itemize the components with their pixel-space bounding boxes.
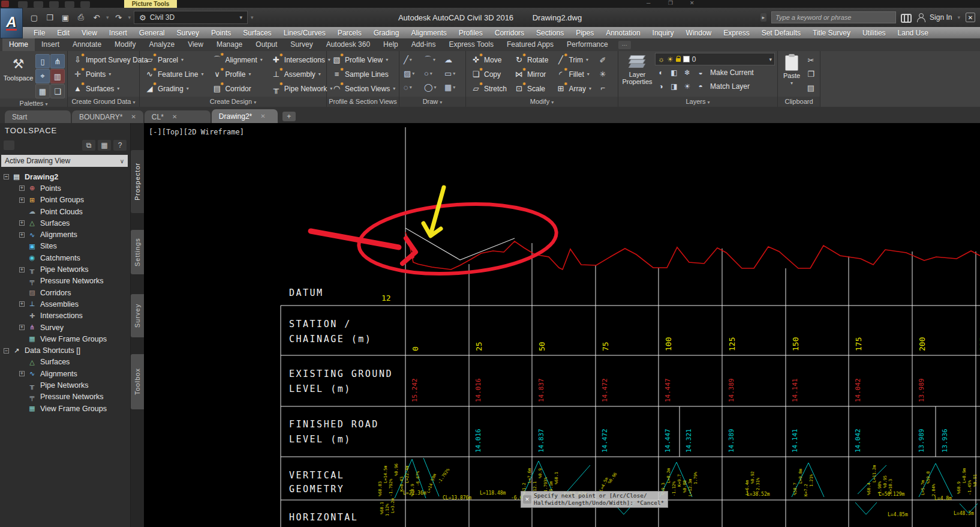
menu-alignments[interactable]: Alignments — [405, 29, 452, 37]
parcel-button[interactable]: ▱Parcel▾ — [142, 53, 206, 67]
close-tab-icon[interactable]: ✕ — [260, 113, 265, 119]
viewport-controls[interactable]: [-][Top][2D Wireframe] — [149, 128, 244, 136]
circle-icon[interactable]: ○▾ — [422, 67, 443, 80]
hatch-icon[interactable]: ▨▾ — [402, 67, 422, 80]
match-layer-button[interactable]: Match Layer — [710, 82, 750, 91]
ribbon-tab-view[interactable]: View — [181, 38, 210, 51]
open-icon[interactable]: ❒ — [43, 11, 56, 24]
tree-item-assemblies[interactable]: +⊥Assemblies — [0, 298, 130, 310]
tree-item-pipe-networks[interactable]: +╥Pipe Networks — [0, 264, 130, 275]
tool-palettes-icon[interactable]: ⋔ — [50, 54, 65, 68]
tree-expander-icon[interactable]: + — [19, 371, 25, 376]
layer-tool-icon[interactable]: ◐ — [655, 68, 667, 77]
menu-title-survey[interactable]: Title Survey — [807, 29, 856, 37]
menu-set-defaults[interactable]: Set Defaults — [756, 29, 807, 37]
menu-pipes[interactable]: Pipes — [570, 29, 600, 37]
menu-grading[interactable]: Grading — [368, 29, 405, 37]
close-tab-icon[interactable]: ✕ — [131, 113, 136, 120]
tree-item-catchments[interactable]: +◉Catchments — [0, 252, 130, 264]
line-icon[interactable]: ╱▾ — [402, 53, 422, 67]
stretch-button[interactable]: ▱Stretch — [468, 82, 509, 95]
tree-expander-icon[interactable]: + — [19, 267, 25, 273]
fillet-button[interactable]: ◜Fillet▾ — [553, 67, 594, 81]
surfaces-button[interactable]: ▲Surfaces▾ — [70, 82, 150, 95]
ribbon-tab-express-tools[interactable]: Express Tools — [442, 38, 500, 51]
join-icon[interactable]: ⌐ — [596, 81, 609, 94]
tree-item-pressure-networks[interactable]: +╤Pressure Networks — [0, 391, 130, 403]
exchange-apps-icon[interactable]: ✕ — [966, 13, 975, 22]
preview-toggle-icon[interactable]: ▦ — [98, 140, 111, 151]
tree-item-sites[interactable]: +▣Sites — [0, 241, 130, 252]
tree-item-view-frame-groups[interactable]: +▦View Frame Groups — [0, 403, 130, 414]
assembly-button[interactable]: ⊥Assembly▾ — [269, 67, 335, 81]
qat-stub-icon[interactable] — [18, 1, 28, 8]
view-selector-dropdown[interactable]: Active Drawing View ∨ — [1, 155, 128, 167]
grading-button[interactable]: ◢Grading▾ — [142, 82, 206, 95]
create-design-panel-label[interactable]: Create Design ▾ — [140, 97, 326, 107]
qat-stub-icon[interactable] — [49, 1, 59, 8]
tree-expander-icon[interactable]: + — [19, 232, 25, 238]
scale-button[interactable]: ⊡Scale — [512, 82, 551, 95]
tree-item-surfaces[interactable]: +△Surfaces — [0, 357, 130, 368]
copy-button[interactable]: ❏Copy — [468, 67, 509, 81]
ribbon-tab-manage[interactable]: Manage — [210, 38, 249, 51]
application-button[interactable]: A — [0, 8, 23, 38]
menu-parcels[interactable]: Parcels — [332, 29, 368, 37]
create-ground-data-panel-label[interactable]: Create Ground Data ▾ — [68, 97, 139, 107]
ribbon-tab-home[interactable]: Home — [2, 38, 35, 51]
rotate-button[interactable]: ↻Rotate — [512, 53, 551, 67]
paste-button[interactable]: Paste ▾ — [780, 53, 803, 97]
layers-panel-label[interactable]: Layers ▾ — [618, 97, 777, 107]
menu-inquiry[interactable]: Inquiry — [647, 29, 680, 37]
tree-item-alignments[interactable]: +∿Alignments — [0, 368, 130, 379]
new-tab-button[interactable]: + — [282, 112, 296, 121]
doc-tab-drawing2-[interactable]: Drawing2*✕ — [212, 109, 278, 123]
layer-dropdown[interactable]: ☼ ☀ 0 ▾ — [655, 53, 775, 65]
ribbon-tab-performance[interactable]: Performance — [560, 38, 615, 51]
menu-file[interactable]: File — [28, 29, 51, 37]
import-survey-data-button[interactable]: ⇩Import Survey Data — [70, 53, 150, 67]
tree-item-view-frame-groups[interactable]: +▦View Frame Groups — [0, 333, 130, 345]
sample-lines-button[interactable]: ≡Sample Lines — [329, 67, 398, 81]
side-tab-prospector[interactable]: Prospector — [131, 150, 144, 213]
search-input[interactable] — [771, 11, 896, 23]
paste-special-icon[interactable]: ▤ — [804, 81, 817, 94]
palettes-panel-label[interactable]: Palettes ▾ — [0, 98, 67, 107]
side-tab-survey[interactable]: Survey — [131, 294, 144, 337]
menu-corridors[interactable]: Corridors — [489, 29, 530, 37]
tree-item-survey[interactable]: +⋔Survey — [0, 322, 130, 333]
search-icon[interactable] — [901, 14, 912, 21]
qat-stub-icon[interactable] — [80, 1, 90, 8]
quickcalc-icon[interactable]: ▦ — [35, 84, 50, 98]
layer-tool-icon[interactable]: ◑ — [655, 82, 667, 91]
redo-dropdown-icon[interactable]: ▾ — [128, 14, 131, 20]
tree-item-pressure-networks[interactable]: +╤Pressure Networks — [0, 276, 130, 287]
toolspace-button[interactable]: ⚒ Toolspace — [2, 53, 34, 98]
pipe-network-button[interactable]: ╥Pipe Network▾ — [269, 82, 335, 95]
ribbon-tab-add-ins[interactable]: Add-ins — [405, 38, 443, 51]
tree-item-surfaces[interactable]: +△Surfaces — [0, 217, 130, 229]
toolspace-tool-icon[interactable] — [4, 140, 14, 150]
pedit-icon[interactable]: ◌▾ — [402, 80, 422, 94]
match-properties-icon[interactable]: ✐ — [596, 53, 609, 67]
side-tab-settings[interactable]: Settings — [131, 230, 144, 274]
ribbon-tab-output[interactable]: Output — [249, 38, 284, 51]
properties-palette-icon[interactable]: ▯ — [35, 54, 50, 68]
profile-section-views-panel-label[interactable]: Profile & Section Views — [327, 97, 399, 107]
ribbon-tab-insert[interactable]: Insert — [35, 38, 66, 51]
toolbox-icon[interactable]: ▥ — [50, 69, 65, 83]
mirror-button[interactable]: ⋈Mirror — [512, 67, 551, 81]
menu-surfaces[interactable]: Surfaces — [237, 29, 277, 37]
tree-item-corridors[interactable]: +▨Corridors — [0, 287, 130, 298]
layer-tool-icon[interactable]: ◧ — [668, 68, 680, 77]
menu-profiles[interactable]: Profiles — [453, 29, 489, 37]
redo-icon[interactable]: ↷ — [112, 11, 125, 24]
draw-panel-label[interactable]: Draw ▾ — [399, 97, 465, 107]
close-tab-icon[interactable]: ✕ — [172, 113, 177, 120]
menu-window[interactable]: Window — [680, 29, 718, 37]
search-expand-icon[interactable]: ▸ — [760, 13, 767, 22]
menu-general[interactable]: General — [133, 29, 171, 37]
doc-tab-boundary-[interactable]: BOUNDARY*✕ — [72, 110, 143, 123]
doc-tab-start[interactable]: Start — [5, 110, 71, 123]
intersections-button[interactable]: ✚Intersections▾ — [269, 53, 335, 67]
